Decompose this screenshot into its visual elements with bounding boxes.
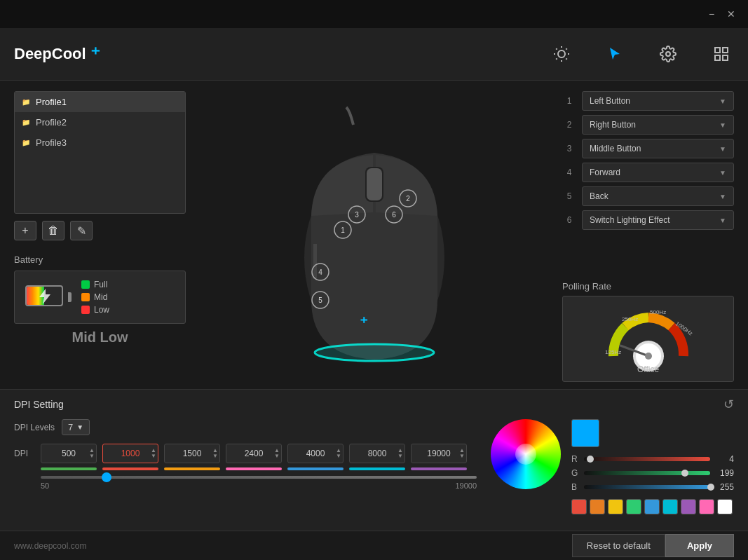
polling-rate-label: Polling Rate bbox=[562, 281, 734, 292]
svg-line-7 bbox=[556, 58, 557, 59]
dpi-max-label: 19000 bbox=[455, 482, 477, 490]
dpi-slider-thumb[interactable] bbox=[102, 472, 111, 482]
battery-box: Full Mid Low bbox=[14, 271, 186, 324]
svg-text:250Hz: 250Hz bbox=[622, 316, 638, 322]
polling-section: Polling Rate bbox=[562, 281, 734, 382]
rgb-b-thumb[interactable] bbox=[707, 484, 714, 491]
legend-full: Full bbox=[81, 280, 109, 289]
dpi-value-5[interactable]: 8000 ▲▼ bbox=[349, 444, 405, 463]
profile-label-1: Profile1 bbox=[36, 97, 67, 107]
button-select-3[interactable]: Middle Button ▼ bbox=[582, 139, 734, 158]
lighting-nav-icon[interactable] bbox=[549, 41, 574, 67]
preset-red[interactable] bbox=[571, 499, 587, 514]
dpi-value-6[interactable]: 19000 ▲▼ bbox=[411, 444, 467, 463]
apply-button[interactable]: Apply bbox=[665, 534, 734, 557]
dpi-value-0[interactable]: 500 ▲▼ bbox=[41, 444, 97, 463]
profile-item-1[interactable]: 📁 Profile1 bbox=[15, 92, 185, 112]
preset-pink[interactable] bbox=[699, 499, 714, 514]
dpi-color-bar-5 bbox=[349, 467, 405, 470]
rgb-g-thumb[interactable] bbox=[681, 470, 688, 477]
grid-nav-icon[interactable] bbox=[709, 41, 734, 67]
dpi-value-1[interactable]: 1000 ▲▼ bbox=[102, 444, 158, 463]
button-num-2: 2 bbox=[562, 120, 576, 130]
dpi-title: DPI Setting bbox=[14, 399, 64, 410]
minimize-button[interactable]: − bbox=[702, 4, 721, 24]
profile-item-2[interactable]: 📁 Profile2 bbox=[15, 112, 185, 132]
svg-rect-12 bbox=[723, 48, 728, 53]
button-select-2[interactable]: Right Button ▼ bbox=[582, 115, 734, 135]
legend-mid: Mid bbox=[81, 292, 109, 302]
button-select-6[interactable]: Switch Lighting Effect ▼ bbox=[582, 210, 734, 230]
button-row-2: 2 Right Button ▼ bbox=[562, 115, 734, 135]
edit-profile-button[interactable]: ✎ bbox=[70, 221, 93, 240]
rgb-g-track[interactable] bbox=[584, 471, 710, 475]
dpi-color-bars bbox=[41, 467, 477, 470]
bottom-bar: www.deepcool.com Reset to default Apply bbox=[0, 531, 748, 560]
dpi-value-4[interactable]: 4000 ▲▼ bbox=[287, 444, 344, 463]
button-label-4: Forward bbox=[590, 168, 620, 177]
preset-cyan[interactable] bbox=[662, 499, 678, 514]
dpi-levels-select[interactable]: 7 ▼ bbox=[62, 419, 90, 435]
profile-icon-1: 📁 bbox=[22, 98, 30, 106]
button-label-2: Right Button bbox=[590, 120, 636, 130]
preset-orange[interactable] bbox=[590, 499, 605, 514]
header: DeepCool ⁺ bbox=[0, 28, 748, 81]
button-num-5: 5 bbox=[562, 191, 576, 201]
color-picker-section: R 4 G 199 B bbox=[491, 419, 734, 514]
dpi-color-bar-3 bbox=[226, 467, 282, 470]
rgb-row-b: B 255 bbox=[571, 482, 734, 492]
legend-low-label: Low bbox=[94, 305, 109, 315]
button-select-4[interactable]: Forward ▼ bbox=[582, 163, 734, 182]
dpi-header: DPI Setting ↺ bbox=[14, 397, 734, 412]
preset-green[interactable] bbox=[626, 499, 641, 514]
svg-line-8 bbox=[566, 48, 566, 49]
button-select-1[interactable]: Left Button ▼ bbox=[582, 91, 734, 111]
chevron-4: ▼ bbox=[719, 169, 726, 177]
spinner-dn-2[interactable]: ▼ bbox=[212, 453, 218, 459]
settings-nav-icon[interactable] bbox=[655, 41, 681, 67]
mouse-center: ⁺ 1 2 3 4 5 bbox=[196, 91, 552, 382]
battery-label: Battery bbox=[14, 254, 186, 265]
button-row-6: 6 Switch Lighting Effect ▼ bbox=[562, 210, 734, 230]
preset-white[interactable] bbox=[717, 499, 733, 514]
svg-text:500Hz: 500Hz bbox=[650, 309, 666, 315]
close-button[interactable]: ✕ bbox=[721, 4, 741, 24]
spinner-dn-6[interactable]: ▼ bbox=[459, 453, 465, 459]
profile-label-3: Profile3 bbox=[36, 137, 67, 148]
rgb-r-thumb[interactable] bbox=[587, 456, 594, 463]
dpi-slider-track[interactable] bbox=[41, 476, 477, 479]
dpi-levels-chevron: ▼ bbox=[76, 423, 83, 431]
chevron-1: ▼ bbox=[719, 97, 726, 105]
preset-blue[interactable] bbox=[644, 499, 660, 514]
svg-rect-18 bbox=[367, 168, 382, 200]
spinner-dn-1[interactable]: ▼ bbox=[151, 453, 156, 459]
dpi-reset-button[interactable]: ↺ bbox=[723, 397, 734, 412]
profile-item-3[interactable]: 📁 Profile3 bbox=[15, 132, 185, 153]
dpi-color-bar-2 bbox=[164, 467, 220, 470]
button-select-5[interactable]: Back ▼ bbox=[582, 186, 734, 206]
dpi-value-3[interactable]: 2400 ▲▼ bbox=[226, 444, 282, 463]
button-num-3: 3 bbox=[562, 144, 576, 153]
svg-marker-9 bbox=[610, 48, 620, 60]
svg-text:3: 3 bbox=[355, 211, 359, 219]
add-profile-button[interactable]: + bbox=[14, 221, 36, 240]
reset-to-default-button[interactable]: Reset to default bbox=[572, 534, 665, 557]
preset-yellow[interactable] bbox=[608, 499, 623, 514]
rgb-r-track[interactable] bbox=[584, 457, 710, 461]
spinner-dn-0[interactable]: ▼ bbox=[89, 453, 95, 459]
spinner-dn-4[interactable]: ▼ bbox=[336, 453, 341, 459]
preset-purple[interactable] bbox=[681, 499, 696, 514]
rgb-b-track[interactable] bbox=[584, 485, 710, 489]
delete-profile-button[interactable]: 🗑 bbox=[42, 221, 64, 240]
button-row-4: 4 Forward ▼ bbox=[562, 163, 734, 182]
dpi-levels-label: DPI Levels bbox=[14, 423, 55, 432]
button-label-6: Switch Lighting Effect bbox=[590, 215, 670, 225]
color-wheel[interactable] bbox=[491, 419, 561, 489]
right-panel: 1 Left Button ▼ 2 Right Button ▼ 3 Middl… bbox=[562, 91, 734, 382]
dpi-row: DPI 500 ▲▼ 1000 ▲▼ 1500 ▲▼ 2 bbox=[14, 444, 477, 463]
button-label-1: Left Button bbox=[590, 96, 630, 106]
dpi-value-2[interactable]: 1500 ▲▼ bbox=[164, 444, 220, 463]
cursor-nav-icon[interactable] bbox=[602, 41, 627, 67]
spinner-dn-3[interactable]: ▼ bbox=[274, 453, 280, 459]
spinner-dn-5[interactable]: ▼ bbox=[397, 453, 403, 459]
